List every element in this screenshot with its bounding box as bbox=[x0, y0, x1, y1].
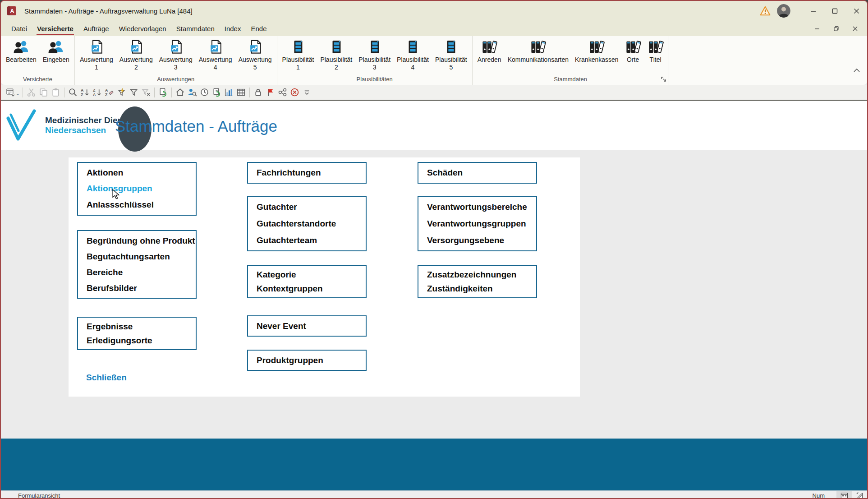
share-icon[interactable] bbox=[276, 86, 289, 98]
ribbon-button-plausibilitaet-1[interactable]: Plausibilität1 bbox=[279, 38, 317, 72]
ribbon-button-auswertung-4[interactable]: Auswertung4 bbox=[196, 38, 235, 72]
access-app-icon: A bbox=[6, 5, 17, 16]
nav-link-begruendung-ohne-produkt[interactable]: Begründung ohne Produkt bbox=[87, 236, 196, 246]
nav-link-produktgruppen[interactable]: Produktgruppen bbox=[257, 355, 366, 366]
ribbon-button-anreden[interactable]: Anreden bbox=[474, 38, 505, 65]
child-close-button[interactable] bbox=[845, 22, 864, 35]
nav-link-kontextgruppen[interactable]: Kontextgruppen bbox=[257, 283, 366, 294]
clear-sort-icon[interactable]: AZ bbox=[103, 86, 115, 98]
ribbon-button-eingeben[interactable]: Eingeben bbox=[40, 38, 73, 65]
filter-icon[interactable] bbox=[128, 86, 140, 98]
close-form-link[interactable]: Schließen bbox=[86, 373, 127, 383]
sort-ascending-icon[interactable]: AZ bbox=[79, 86, 91, 98]
filter-by-selection-icon[interactable] bbox=[115, 86, 128, 98]
nav-link-erledigungsorte[interactable]: Erledigungsorte bbox=[87, 335, 196, 346]
ribbon-button-bearbeiten[interactable]: Bearbeiten bbox=[3, 38, 40, 65]
sort-descending-icon[interactable]: ZA bbox=[91, 86, 103, 98]
nav-link-aktionen[interactable]: Aktionen bbox=[87, 167, 196, 178]
ribbon-group-versicherte: BearbeitenEingebenVersicherte bbox=[1, 36, 75, 85]
ribbon-button-auswertung-1[interactable]: Auswertung1 bbox=[77, 38, 116, 72]
refresh-all-icon[interactable] bbox=[157, 86, 169, 98]
ribbon-button-label: Krankenkassen bbox=[575, 56, 619, 64]
ribbon-button-plausibilitaet-5[interactable]: Plausibilität5 bbox=[432, 38, 470, 72]
menu-item-index[interactable]: Index bbox=[220, 21, 246, 36]
search-icon[interactable] bbox=[67, 86, 79, 98]
nav-box-begruendung-ohne-produkt: Begründung ohne ProduktBegutachtungsarte… bbox=[77, 230, 197, 299]
refresh-form-icon[interactable] bbox=[211, 86, 223, 98]
menu-item-wiedervorlagen[interactable]: Wiedervorlagen bbox=[114, 21, 171, 36]
collapse-ribbon-icon[interactable] bbox=[853, 67, 861, 73]
nav-link-zusatzbezeichnungen[interactable]: Zusatzbezeichnungen bbox=[427, 269, 536, 280]
ribbon-button-label: Auswertung1 bbox=[80, 56, 113, 71]
binder-icon bbox=[530, 39, 546, 55]
maximize-button[interactable] bbox=[824, 1, 845, 21]
toolbar-separator bbox=[23, 88, 23, 97]
lock-icon[interactable] bbox=[252, 86, 264, 98]
ribbon-button-label: Bearbeiten bbox=[6, 56, 37, 64]
menu-item-stammdaten[interactable]: Stammdaten bbox=[171, 21, 220, 36]
design-view-icon[interactable] bbox=[852, 491, 867, 499]
ribbon-button-krankenkassen[interactable]: Krankenkassen bbox=[572, 38, 622, 65]
menu-item-datei[interactable]: Datei bbox=[6, 21, 32, 36]
binder-icon bbox=[648, 39, 664, 55]
person-search-icon[interactable] bbox=[186, 86, 198, 98]
nav-link-berufsbilder[interactable]: Berufsbilder bbox=[87, 283, 196, 294]
toolbar-options-icon[interactable] bbox=[301, 86, 313, 98]
nav-link-gutachter[interactable]: Gutachter bbox=[257, 202, 366, 213]
svg-text:A: A bbox=[93, 92, 96, 97]
ribbon-button-auswertung-2[interactable]: Auswertung2 bbox=[116, 38, 156, 72]
nav-link-verantwortungsgruppen[interactable]: Verantwortungsgruppen bbox=[427, 218, 536, 229]
ribbon-button-auswertung-5[interactable]: Auswertung5 bbox=[235, 38, 275, 72]
dialog-launcher-icon[interactable] bbox=[661, 76, 667, 83]
chart-icon[interactable] bbox=[223, 86, 235, 98]
close-button[interactable] bbox=[845, 1, 867, 21]
ribbon-button-orte[interactable]: Orte bbox=[622, 38, 644, 65]
child-restore-button[interactable] bbox=[827, 22, 845, 35]
nav-link-versorgungsebene[interactable]: Versorgungsebene bbox=[427, 235, 536, 246]
svg-text:A: A bbox=[10, 8, 14, 14]
form-view-icon[interactable] bbox=[836, 491, 852, 499]
warning-icon[interactable] bbox=[760, 5, 771, 16]
nav-link-schaeden[interactable]: Schäden bbox=[427, 167, 536, 178]
nav-box-ergebnisse: ErgebnisseErledigungsorte bbox=[77, 317, 197, 350]
ribbon-button-auswertung-3[interactable]: Auswertung3 bbox=[156, 38, 196, 72]
toolbar-separator bbox=[64, 88, 64, 97]
ribbon-group-label: Stammdaten bbox=[473, 75, 669, 85]
ribbon-button-label: Kommunikationsarten bbox=[508, 56, 569, 64]
flag-icon[interactable] bbox=[264, 86, 276, 98]
datasheet-icon[interactable] bbox=[235, 86, 247, 98]
clear-filter-icon[interactable] bbox=[140, 86, 152, 98]
nav-link-aktionsgruppen[interactable]: Aktionsgruppen bbox=[87, 183, 196, 194]
dropdown-chevron-icon[interactable]: ⌄ bbox=[16, 91, 19, 96]
nav-link-zustaendigkeiten[interactable]: Zuständigkeiten bbox=[427, 283, 536, 294]
minimize-button[interactable] bbox=[802, 1, 824, 21]
ribbon-button-plausibilitaet-2[interactable]: Plausibilität2 bbox=[317, 38, 355, 72]
nav-link-begutachtungsarten[interactable]: Begutachtungsarten bbox=[87, 251, 196, 262]
nav-link-verantwortungsbereiche[interactable]: Verantwortungsbereiche bbox=[427, 202, 536, 213]
nav-link-never-event[interactable]: Never Event bbox=[257, 321, 366, 332]
menu-item-auftraege[interactable]: Aufträge bbox=[78, 21, 114, 36]
child-window-controls bbox=[808, 21, 867, 36]
ribbon-group-label: Versicherte bbox=[1, 75, 74, 85]
binder-icon bbox=[481, 39, 497, 55]
child-minimize-button[interactable] bbox=[808, 22, 827, 35]
ribbon-button-plausibilitaet-4[interactable]: Plausibilität4 bbox=[394, 38, 432, 72]
home-icon[interactable] bbox=[174, 86, 186, 98]
nav-link-kategorie[interactable]: Kategorie bbox=[257, 269, 366, 280]
form-view-switch-icon[interactable] bbox=[5, 86, 17, 98]
cancel-icon[interactable] bbox=[289, 86, 301, 98]
menu-item-versicherte[interactable]: Versicherte bbox=[32, 21, 78, 36]
nav-link-fachrichtungen[interactable]: Fachrichtungen bbox=[257, 167, 366, 178]
ribbon-button-label: Plausibilität4 bbox=[397, 56, 429, 71]
ribbon-button-plausibilitaet-3[interactable]: Plausibilität3 bbox=[355, 38, 394, 72]
ribbon-button-titel[interactable]: Titel bbox=[644, 38, 667, 65]
nav-link-ergebnisse[interactable]: Ergebnisse bbox=[87, 321, 196, 332]
menu-item-ende[interactable]: Ende bbox=[246, 21, 271, 36]
user-avatar[interactable] bbox=[777, 4, 790, 18]
history-icon[interactable] bbox=[198, 86, 211, 98]
nav-link-gutachterteam[interactable]: Gutachterteam bbox=[257, 235, 366, 246]
nav-link-gutachterstandorte[interactable]: Gutachterstandorte bbox=[257, 218, 366, 229]
nav-link-anlassschluessel[interactable]: Anlassschlüssel bbox=[87, 199, 196, 210]
ribbon-button-kommunikationsarten[interactable]: Kommunikationsarten bbox=[505, 38, 572, 65]
nav-link-bereiche[interactable]: Bereiche bbox=[87, 267, 196, 278]
